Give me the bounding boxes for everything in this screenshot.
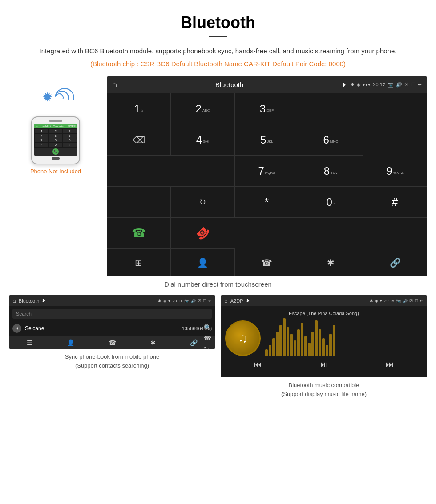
window-icon[interactable]: ☐: [411, 82, 416, 88]
pb-cam-icon: 📷: [184, 299, 189, 303]
phone-key-0: 0: [49, 143, 63, 147]
visualizer-bar: [326, 345, 328, 356]
dialer-key-star[interactable]: *: [235, 187, 299, 218]
usb-icon: ❥: [342, 82, 346, 88]
dialer-key-6[interactable]: 6MNO: [299, 124, 363, 156]
dialer-call-red[interactable]: ☎: [171, 218, 235, 249]
back-icon[interactable]: ↩: [418, 82, 422, 88]
music-album-art: ♫: [225, 320, 261, 356]
music-status-icons: ✱ ◈ ▾ 20:15 📷 🔊 ☒ ☐ ↩: [370, 299, 424, 303]
phone-key-1: 1: [35, 129, 48, 133]
phonebook-contact-row[interactable]: S Seicane 13566664466: [9, 321, 215, 336]
dialer-backspace[interactable]: ⌫: [107, 124, 171, 156]
pb-status-icons: ✱ ◈ ▾ 20:11 📷 🔊 ☒ ☐ ↩: [158, 299, 212, 303]
wave3-icon: [51, 84, 78, 111]
visualizer-bar: [272, 338, 275, 356]
music-home-icon[interactable]: ⌂: [224, 297, 228, 304]
visualizer-bar: [265, 349, 268, 356]
phonebook-header: ⌂ Bluetooth ❥ ✱ ◈ ▾ 20:11 📷 🔊 ☒ ☐ ↩: [9, 295, 215, 306]
music-visualizer: [265, 320, 423, 356]
contact-name: Seicane: [25, 325, 182, 332]
phone-key-3: 3: [63, 129, 77, 133]
specs-text: (Bluetooth chip : CSR BC6 Default Blueto…: [0, 60, 436, 68]
phone-illustration: ✹ ← + Add to Contacts MORE 1 2 3 4 5 6: [9, 76, 102, 175]
music-forward-icon[interactable]: ⏭: [386, 360, 394, 369]
music-win-icon[interactable]: ☐: [415, 299, 418, 303]
pb-contacts-icon[interactable]: 👤: [67, 339, 74, 346]
dialer-bottom-link[interactable]: 🔗: [363, 249, 427, 276]
visualizer-bar: [322, 338, 325, 356]
music-rewind-icon[interactable]: ⏮: [254, 360, 262, 369]
dialer-bottom-phone[interactable]: ☎: [235, 249, 299, 276]
dialer-empty-row2: [107, 156, 235, 187]
music-back-icon[interactable]: ↩: [420, 299, 424, 303]
phonebook-bottom-bar: ☰ 👤 ☎ ✱ 🔗: [9, 336, 215, 349]
music-bt-icon: ✱: [370, 299, 373, 303]
phone-body: ← + Add to Contacts MORE 1 2 3 4 5 6 7 8…: [31, 116, 80, 164]
pb-back-icon[interactable]: ↩: [208, 299, 212, 303]
music-controls: ⏮ ⏯ ⏭: [225, 356, 423, 371]
title-divider: [209, 36, 227, 37]
phone-key-6: 6: [63, 134, 77, 138]
phone-key-2: 2: [49, 129, 63, 133]
pb-link-icon[interactable]: 🔗: [190, 339, 198, 346]
dialer-call-green[interactable]: ☎: [107, 218, 171, 249]
phonebook-search-bar: Search: [12, 309, 212, 319]
pb-grid-icon[interactable]: ☰: [27, 339, 32, 346]
dialer-key-9[interactable]: 9WXYZ: [363, 156, 427, 187]
visualizer-bar: [287, 327, 289, 356]
dialer-key-5[interactable]: 5JKL: [235, 124, 299, 156]
music-note-icon: ♫: [238, 331, 248, 345]
phone-key-hash: #: [63, 143, 77, 147]
bluetooth-status-icon: ✱: [351, 82, 355, 88]
dialer-bottom-grid[interactable]: ⊞: [107, 249, 171, 276]
dialer-key-2[interactable]: 2ABC: [171, 93, 235, 124]
pb-time: 20:11: [172, 299, 182, 303]
dialer-refresh[interactable]: ↻: [171, 187, 235, 218]
pb-phone-icon[interactable]: ☎: [204, 335, 211, 342]
dialer-bottom-bar: ⊞ 👤 ☎ ✱ 🔗: [107, 249, 427, 276]
dialer-key-1[interactable]: 1⌂: [107, 93, 171, 124]
car-screen-header: ⌂ Bluetooth ❥ ✱ ◈ ▾▾▾ 20:12 📷 🔊 ☒ ☐ ↩: [107, 76, 427, 93]
music-screen: ⌂ A2DP ❥ ✱ ◈ ▾ 20:15 📷 🔊 ☒ ☐ ↩ Escape (T…: [221, 295, 427, 377]
pb-phone-bottom-icon[interactable]: ☎: [109, 339, 116, 346]
music-header: ⌂ A2DP ❥ ✱ ◈ ▾ 20:15 📷 🔊 ☒ ☐ ↩: [221, 295, 427, 306]
phone-home-button: [52, 157, 60, 160]
signal-icon: ▾▾▾: [363, 82, 371, 88]
dialer-key-7[interactable]: 7PQRS: [235, 156, 299, 187]
dialer-key-hash[interactable]: #: [363, 187, 427, 218]
phone-key-8: 8: [49, 138, 63, 142]
dialer-key-3[interactable]: 3DEF: [235, 93, 299, 124]
pb-search-icon[interactable]: 🔍: [204, 324, 211, 331]
subtitle-text: Integrated with BC6 Bluetooth module, su…: [0, 46, 436, 56]
pb-loc-icon: ◈: [163, 299, 166, 303]
visualizer-bar: [301, 323, 303, 356]
home-icon[interactable]: ⌂: [112, 80, 117, 89]
pb-vol-icon: 🔊: [191, 299, 196, 303]
status-icons: ✱ ◈ ▾▾▾ 20:12 📷 🔊 ☒ ☐ ↩: [351, 82, 422, 88]
visualizer-bar: [311, 332, 314, 356]
dialer-key-4[interactable]: 4GHI: [171, 124, 235, 156]
pb-refresh-icon[interactable]: ↻: [204, 345, 211, 349]
dialer-bottom-contacts[interactable]: 👤: [171, 249, 235, 276]
visualizer-bar: [319, 329, 321, 356]
music-close-icon[interactable]: ☒: [409, 299, 413, 303]
camera-icon: 📷: [388, 82, 394, 88]
phone-bottom-bar: 📞: [34, 148, 77, 156]
dialer-key-0[interactable]: 0+: [299, 187, 363, 218]
phonebook-caption: Sync phone-book from mobile phone (Suppo…: [9, 352, 215, 370]
pb-close-icon[interactable]: ☒: [198, 299, 201, 303]
dialer-bottom-bluetooth[interactable]: ✱: [299, 249, 363, 276]
phonebook-sidebar: 🔍 ☎ ↻: [202, 321, 213, 349]
pb-home-icon[interactable]: ⌂: [12, 297, 16, 304]
music-play-pause-icon[interactable]: ⏯: [320, 360, 328, 369]
dialer-key-8[interactable]: 8TUV: [299, 156, 363, 187]
pb-bt-bottom-icon[interactable]: ✱: [150, 339, 156, 346]
phone-dialpad: 1 2 3 4 5 6 7 8 9 * 0 #: [34, 128, 77, 148]
pb-bt-icon: ✱: [158, 299, 161, 303]
pb-win-icon[interactable]: ☐: [203, 299, 206, 303]
phone-call-button: 📞: [52, 148, 59, 155]
phonebook-item: ⌂ Bluetooth ❥ ✱ ◈ ▾ 20:11 📷 🔊 ☒ ☐ ↩ Sear…: [9, 295, 215, 398]
close-icon[interactable]: ☒: [404, 82, 409, 88]
page-title: Bluetooth: [0, 0, 436, 36]
